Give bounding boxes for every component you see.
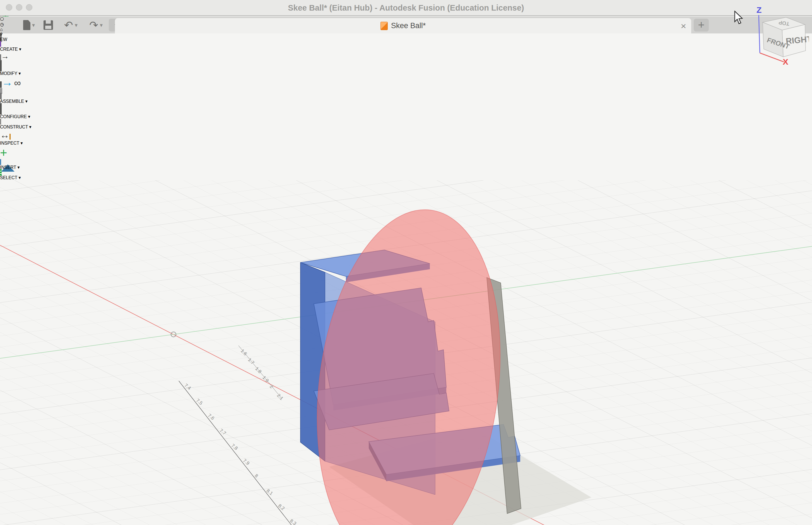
viewcube-x-label: X bbox=[783, 57, 788, 65]
joint-icon[interactable] bbox=[0, 94, 812, 99]
app-tabbar: ▾ ↶▾ ↷▾ Skee Ball* × + ⎔ ◷ ⌂ ? EW bbox=[0, 16, 812, 33]
insert-image-icon[interactable] bbox=[0, 160, 812, 165]
undo-button[interactable]: ↶▾ bbox=[60, 19, 82, 31]
insert-group-label[interactable]: INSERT ▾ bbox=[0, 165, 812, 170]
insert-derive-icon[interactable]: → ∞ bbox=[0, 76, 812, 89]
viewcube-z-label: Z bbox=[756, 5, 762, 15]
modify-group-label[interactable]: MODIFY ▾ bbox=[0, 71, 812, 76]
shell-icon[interactable] bbox=[0, 66, 812, 71]
svg-text:1.8: 1.8 bbox=[254, 366, 262, 374]
svg-text:7.7: 7.7 bbox=[219, 428, 227, 436]
create-form-icon[interactable] bbox=[0, 42, 812, 47]
insert-fastener-icon[interactable]: + bbox=[0, 146, 812, 160]
window-title: Skee Ball* (Eitan Hub) - Autodesk Fusion… bbox=[0, 3, 812, 13]
fillet-icon[interactable] bbox=[0, 61, 812, 66]
svg-text:8.1: 8.1 bbox=[265, 488, 274, 496]
mouse-cursor bbox=[734, 11, 745, 25]
press-pull-icon[interactable]: → bbox=[0, 52, 812, 61]
document-icon bbox=[380, 22, 388, 30]
create-group-label[interactable]: CREATE ▾ bbox=[0, 47, 812, 52]
svg-text:2.1: 2.1 bbox=[276, 393, 284, 401]
inspect-group-label[interactable]: INSPECT ▾ bbox=[0, 140, 812, 146]
viewport-canvas[interactable]: 7.47.57.67.77.87.988.18.28.31.61.71.81.9… bbox=[0, 180, 812, 525]
configuration-table-icon[interactable] bbox=[0, 109, 812, 114]
measure-icon[interactable]: ↔ bbox=[0, 130, 812, 140]
svg-text:7.8: 7.8 bbox=[230, 443, 239, 451]
file-menu-button[interactable]: ▾ bbox=[19, 19, 39, 31]
document-tab-label: Skee Ball* bbox=[391, 21, 426, 30]
construct-group-label[interactable]: CONSTRUCT ▾ bbox=[0, 124, 812, 130]
assemble-group-label[interactable]: ASSEMBLE ▾ bbox=[0, 99, 812, 104]
configure-group-label[interactable]: CONFIGURE ▾ bbox=[0, 114, 812, 119]
avatar[interactable]: EW bbox=[0, 37, 812, 42]
viewcube[interactable]: Z X TOP FRONT RIGHT bbox=[750, 5, 809, 65]
svg-text:7.5: 7.5 bbox=[195, 397, 204, 406]
scene-svg: 7.47.57.67.77.87.988.18.28.31.61.71.81.9… bbox=[0, 180, 812, 525]
app-grid-icon[interactable] bbox=[3, 19, 16, 31]
redo-button[interactable]: ↷▾ bbox=[85, 19, 107, 31]
fusion-window: Skee Ball* (Eitan Hub) - Autodesk Fusion… bbox=[0, 0, 812, 525]
close-tab-icon[interactable]: × bbox=[681, 22, 686, 30]
select-tool-icon[interactable] bbox=[0, 170, 812, 175]
document-tab[interactable]: Skee Ball* × bbox=[115, 18, 691, 33]
viewcube-right-label: RIGHT bbox=[785, 34, 809, 46]
svg-text:7.4: 7.4 bbox=[184, 382, 192, 391]
titlebar: Skee Ball* (Eitan Hub) - Autodesk Fusion… bbox=[0, 0, 812, 16]
select-group-label[interactable]: SELECT ▾ bbox=[0, 175, 812, 180]
svg-text:1.9: 1.9 bbox=[261, 375, 270, 383]
new-component-icon[interactable] bbox=[0, 89, 812, 94]
construct-plane-icon[interactable] bbox=[0, 119, 812, 124]
svg-text:2: 2 bbox=[269, 384, 274, 389]
new-tab-button[interactable]: + bbox=[694, 19, 709, 31]
svg-text:7.6: 7.6 bbox=[207, 413, 215, 421]
svg-text:1.6: 1.6 bbox=[240, 348, 248, 356]
svg-text:7.9: 7.9 bbox=[242, 458, 250, 466]
configure-icon[interactable] bbox=[0, 104, 812, 109]
save-icon[interactable] bbox=[42, 19, 55, 31]
